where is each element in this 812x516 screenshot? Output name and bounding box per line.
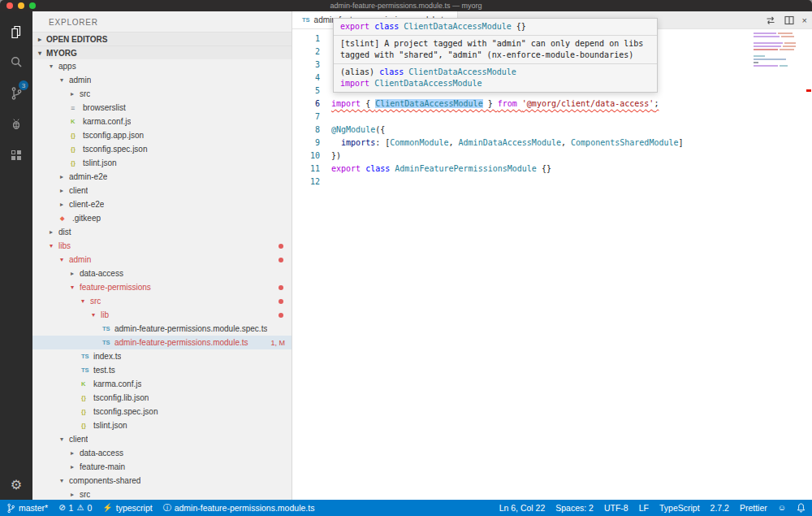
tree-file-index.ts[interactable]: TSindex.ts [32, 349, 292, 363]
chevron-right-icon: ▸ [71, 491, 80, 498]
tree-folder-feature-permissions[interactable]: ▾feature-permissions [32, 280, 292, 294]
editor-actions: × [765, 11, 807, 29]
chevron-down-icon: ▾ [60, 256, 69, 263]
encoding-setting[interactable]: UTF-8 [604, 503, 628, 513]
minimap[interactable] [754, 33, 801, 68]
chevron-down-icon: ▾ [50, 63, 58, 70]
tree-file-browserslist[interactable]: ≡browserslist [32, 101, 292, 115]
overview-ruler[interactable] [806, 29, 812, 500]
line-numbers-gutter[interactable]: 123456789101112 [292, 29, 331, 500]
tree-folder-libs[interactable]: ▾libs [32, 239, 292, 253]
git-branch-status[interactable]: master* [6, 503, 48, 514]
split-editor-icon[interactable] [784, 15, 795, 26]
notifications-bell[interactable] [797, 503, 806, 513]
indentation-setting[interactable]: Spaces: 2 [555, 503, 594, 513]
tree-item-label: admin-e2e [69, 172, 107, 181]
tree-folder-apps[interactable]: ▾apps [32, 59, 292, 73]
git-branch-icon [6, 503, 15, 514]
karma-file-icon: K [81, 380, 93, 388]
tree-folder-lib[interactable]: ▾lib [32, 308, 292, 322]
active-file-status[interactable]: ⓘ admin-feature-permissions.module.ts [163, 503, 315, 513]
cursor-position[interactable]: Ln 6, Col 22 [499, 503, 546, 513]
code-line-8[interactable]: @NgModule({ [331, 124, 812, 137]
close-window-button[interactable] [6, 2, 13, 9]
language-mode[interactable]: TypeScript [659, 503, 700, 513]
tree-item-label: karma.conf.js [83, 117, 131, 126]
line-number: 1 [292, 33, 331, 46]
tree-item-label: browserslist [83, 103, 126, 112]
tree-folder-admin[interactable]: ▾admin [32, 253, 292, 267]
tree-item-label: components-shared [69, 476, 140, 485]
code-line-11[interactable]: export class AdminFeaturePermissionsModu… [331, 163, 812, 176]
minimap-line [754, 42, 801, 44]
tree-folder-data-access[interactable]: ▸data-access [32, 446, 292, 460]
section-root-folder[interactable]: ▾ MYORG [32, 46, 292, 59]
tree-item-label: src [80, 89, 90, 98]
tree-folder-src[interactable]: ▾src [32, 294, 292, 308]
tree-file-tsconfig.app.json[interactable]: {}tsconfig.app.json [32, 128, 292, 142]
code-line-6[interactable]: import { ClientDataAccessModule } from '… [331, 98, 812, 111]
section-open-editors[interactable]: ▸ OPEN EDITORS [32, 32, 292, 46]
line-number: 5 [292, 85, 331, 98]
tree-file-admin-feature-permissions.module.spec.ts[interactable]: TSadmin-feature-permissions.module.spec.… [32, 322, 292, 336]
tree-folder-dist[interactable]: ▸dist [32, 225, 292, 239]
code-content[interactable]: import { ClientDataAccessModule } from '… [331, 29, 812, 500]
tree-folder-data-access[interactable]: ▸data-access [32, 267, 292, 280]
feedback-smiley[interactable]: ☺ [778, 504, 786, 512]
tslint-status[interactable]: ⚡ typescript [102, 503, 152, 513]
formatter-status[interactable]: Prettier [740, 503, 767, 513]
tree-folder-components-shared[interactable]: ▾components-shared [32, 474, 292, 488]
activity-source-control[interactable]: 3 [0, 78, 32, 109]
tree-folder-admin-e2e[interactable]: ▸admin-e2e [32, 170, 292, 184]
activity-search[interactable] [0, 47, 32, 78]
problems-status[interactable]: ⊘ 1 ⚠ 0 [58, 503, 92, 513]
tree-file-tslint.json[interactable]: {}tslint.json [32, 418, 292, 432]
chevron-right-icon: ▸ [71, 463, 80, 470]
tree-file-tslint.json[interactable]: {}tslint.json [32, 156, 292, 170]
tree-file-tsconfig.spec.json[interactable]: {}tsconfig.spec.json [32, 405, 292, 418]
tree-item-label: tslint.json [93, 421, 127, 430]
section-label: MYORG [46, 49, 77, 58]
tree-folder-client[interactable]: ▸client [32, 184, 292, 197]
open-changes-icon[interactable] [765, 15, 776, 26]
code-container[interactable]: 123456789101112 import { ClientDataAcces… [292, 29, 812, 500]
tree-folder-client-e2e[interactable]: ▸client-e2e [32, 197, 292, 211]
sidebar-title: EXPLORER [32, 11, 292, 32]
settings-gear-icon[interactable]: ⚙ [11, 479, 22, 492]
json-file-icon: {} [71, 145, 83, 153]
activity-extensions[interactable] [0, 140, 32, 171]
activity-debug[interactable] [0, 109, 32, 140]
tree-folder-src[interactable]: ▸src [32, 87, 292, 101]
code-line-9[interactable]: imports: [CommonModule, AdminDataAccessM… [331, 137, 812, 150]
tree-item-label: src [80, 490, 90, 499]
tree-file-tsconfig.spec.json[interactable]: {}tsconfig.spec.json [32, 142, 292, 156]
tree-file-karma.conf.js[interactable]: Kkarma.conf.js [32, 115, 292, 128]
zoom-window-button[interactable] [29, 2, 36, 9]
tree-file-test.ts[interactable]: TStest.ts [32, 363, 292, 377]
eol-setting[interactable]: LF [639, 503, 649, 513]
chevron-right-icon: ▸ [60, 187, 69, 194]
tree-folder-feature-main[interactable]: ▸feature-main [32, 460, 292, 474]
tree-file-.gitkeep[interactable]: ◆.gitkeep [32, 211, 292, 225]
code-line-10[interactable]: }) [331, 150, 812, 163]
minimize-window-button[interactable] [18, 2, 24, 9]
tree-folder-client[interactable]: ▾client [32, 432, 292, 446]
section-label: OPEN EDITORS [46, 35, 107, 44]
close-editor-icon[interactable]: × [802, 16, 807, 25]
code-line-12[interactable] [331, 176, 812, 189]
tree-item-label: admin [69, 255, 91, 264]
tree-item-label: test.ts [93, 366, 115, 375]
tree-file-admin-feature-permissions.module.ts[interactable]: TSadmin-feature-permissions.module.ts1, … [32, 336, 292, 349]
error-dot-indicator [279, 285, 283, 290]
tree-item-label: admin-feature-permissions.module.spec.ts [114, 324, 267, 333]
hover-tooltip: export class ClientDataAccessModule {} [… [333, 18, 658, 93]
tree-file-karma.conf.js[interactable]: Kkarma.conf.js [32, 377, 292, 391]
tree-item-label: lib [101, 310, 109, 319]
code-line-7[interactable] [331, 111, 812, 124]
tree-folder-admin[interactable]: ▾admin [32, 73, 292, 87]
tree-file-tsconfig.lib.json[interactable]: {}tsconfig.lib.json [32, 391, 292, 405]
tree-folder-src[interactable]: ▸src [32, 488, 292, 500]
typescript-version[interactable]: 2.7.2 [710, 503, 729, 513]
error-icon: ⊘ [58, 504, 65, 512]
activity-explorer[interactable] [0, 16, 32, 47]
